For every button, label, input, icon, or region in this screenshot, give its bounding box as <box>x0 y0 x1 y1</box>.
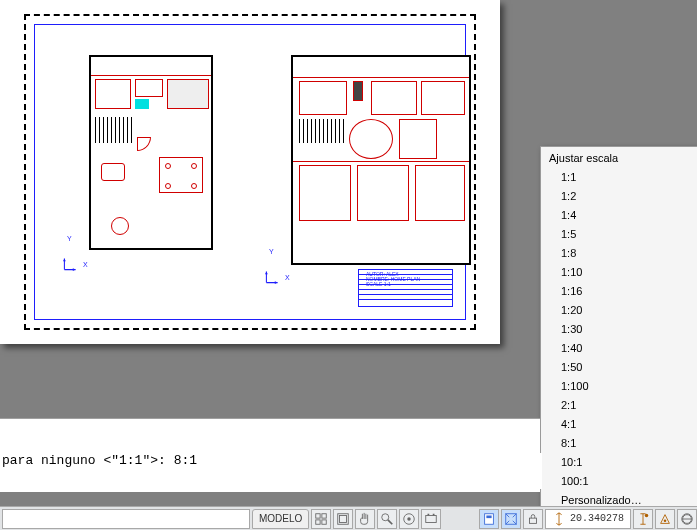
pan-icon[interactable] <box>355 509 375 529</box>
svg-point-17 <box>645 513 649 517</box>
paper-model-toggle-icon[interactable] <box>479 509 499 529</box>
scale-option[interactable]: 1:50 <box>541 358 697 377</box>
scale-option[interactable]: 2:1 <box>541 396 697 415</box>
floor-plan-right <box>291 55 471 265</box>
annoautoscale-icon[interactable] <box>655 509 675 529</box>
scale-option[interactable]: 1:2 <box>541 187 697 206</box>
drawing-frame: YX YX <box>34 24 466 320</box>
svg-rect-1 <box>322 513 326 517</box>
scale-option[interactable]: 1:1 <box>541 168 697 187</box>
svg-rect-5 <box>340 515 347 522</box>
svg-point-9 <box>408 517 412 521</box>
ucs-icon-left: YX <box>63 257 77 272</box>
svg-rect-10 <box>426 515 437 522</box>
title-block: AUTOR: ALEX NOMBRE: HOME PLAN SCALE 1:1 <box>358 269 453 307</box>
status-pane <box>2 509 250 529</box>
scale-option[interactable]: 1:4 <box>541 206 697 225</box>
layout-icon[interactable] <box>333 509 353 529</box>
scale-option[interactable]: 8:1 <box>541 434 697 453</box>
command-line-input[interactable] <box>2 453 542 489</box>
svg-rect-16 <box>529 518 536 523</box>
coord-value: 20.340278 <box>570 513 624 524</box>
annotation-scale-readout[interactable]: 20.340278 <box>545 509 631 529</box>
menu-title: Ajustar escala <box>541 149 697 168</box>
svg-rect-12 <box>433 513 435 515</box>
svg-rect-3 <box>322 519 326 523</box>
svg-rect-13 <box>485 513 494 524</box>
model-tab[interactable]: MODELO <box>252 509 309 529</box>
scale-option[interactable]: 1:5 <box>541 225 697 244</box>
lock-viewport-icon[interactable] <box>523 509 543 529</box>
zoom-icon[interactable] <box>377 509 397 529</box>
scale-option[interactable]: 1:8 <box>541 244 697 263</box>
maximize-viewport-icon[interactable] <box>501 509 521 529</box>
svg-line-7 <box>388 519 392 523</box>
svg-point-18 <box>664 519 667 522</box>
svg-rect-2 <box>316 519 320 523</box>
svg-rect-0 <box>316 513 320 517</box>
svg-rect-14 <box>486 515 491 518</box>
printable-area-border: YX YX <box>24 14 476 330</box>
scale-option[interactable]: 1:100 <box>541 377 697 396</box>
ucs-icon-right: YX <box>265 270 279 285</box>
svg-point-6 <box>382 513 389 520</box>
floor-plan-left <box>89 55 213 250</box>
showmotion-icon[interactable] <box>421 509 441 529</box>
scale-option[interactable]: 1:16 <box>541 282 697 301</box>
scale-option[interactable]: 100:1 <box>541 472 697 491</box>
steering-wheel-icon[interactable] <box>399 509 419 529</box>
workspace-switching-icon[interactable] <box>677 509 697 529</box>
scale-option[interactable]: 1:20 <box>541 301 697 320</box>
svg-rect-11 <box>428 513 430 515</box>
scale-option[interactable]: 1:40 <box>541 339 697 358</box>
annotation-visibility-icon[interactable] <box>633 509 653 529</box>
layout-paper[interactable]: YX YX <box>0 0 500 344</box>
scale-option[interactable]: 4:1 <box>541 415 697 434</box>
titleblock-line3: SCALE 1:1 <box>366 282 420 287</box>
layout-quick-view-icon[interactable] <box>311 509 331 529</box>
scale-option[interactable]: 1:10 <box>541 263 697 282</box>
status-bar: MODELO 20.340278 <box>0 506 697 530</box>
scale-option[interactable]: 1:30 <box>541 320 697 339</box>
command-line-panel <box>0 418 540 492</box>
scale-context-menu: Ajustar escala 1:1 1:2 1:4 1:5 1:8 1:10 … <box>540 146 697 530</box>
scale-option[interactable]: 10:1 <box>541 453 697 472</box>
